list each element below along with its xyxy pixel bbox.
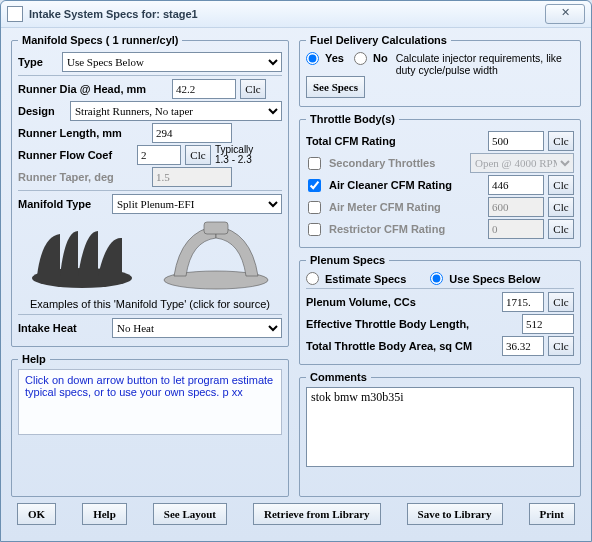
restrictor-label: Restrictor CFM Rating	[329, 223, 484, 235]
total-cfm-input[interactable]	[488, 131, 544, 151]
help-text: Click on down arrow button to let progra…	[18, 369, 282, 435]
window-title: Intake System Specs for: stage1	[29, 8, 198, 20]
restrictor-input	[488, 219, 544, 239]
runner-dia-label: Runner Dia @ Head, mm	[18, 83, 168, 95]
plenum-legend: Plenum Specs	[306, 254, 389, 266]
fuel-yes-radio[interactable]	[306, 52, 319, 65]
intake-heat-select[interactable]: No Heat	[112, 318, 282, 338]
manifold-type-label: Manifold Type	[18, 198, 108, 210]
plenum-estimate-label: Estimate Specs	[325, 273, 406, 285]
content: Manifold Specs ( 1 runner/cyl) Type Use …	[1, 28, 591, 541]
manifold-legend: Manifold Specs ( 1 runner/cyl)	[18, 34, 182, 46]
sec-throttle-label: Secondary Throttles	[329, 157, 466, 169]
air-cleaner-check[interactable]	[308, 179, 321, 192]
see-layout-button[interactable]: See Layout	[153, 503, 227, 525]
plenum-use-label: Use Specs Below	[449, 273, 540, 285]
help-group: Help Click on down arrow button to let p…	[11, 353, 289, 497]
fuel-yes-label: Yes	[325, 52, 344, 64]
comments-group: Comments	[299, 371, 581, 497]
ok-button[interactable]: OK	[17, 503, 56, 525]
plenum-vol-clc[interactable]: Clc	[548, 292, 574, 312]
svg-rect-2	[204, 222, 228, 234]
air-meter-input	[488, 197, 544, 217]
fuel-legend: Fuel Delivery Calculations	[306, 34, 451, 46]
design-label: Design	[18, 105, 66, 117]
runner-taper-label: Runner Taper, deg	[18, 171, 148, 183]
runner-len-label: Runner Length, mm	[18, 127, 148, 139]
comments-input[interactable]	[306, 387, 574, 467]
runner-flow-label: Runner Flow Coef	[18, 149, 133, 161]
runner-flow-clc[interactable]: Clc	[185, 145, 211, 165]
design-select[interactable]: Straight Runners, No taper	[70, 101, 282, 121]
intake-heat-label: Intake Heat	[18, 322, 108, 334]
plenum-group: Plenum Specs Estimate Specs Use Specs Be…	[299, 254, 581, 365]
plenum-area-input[interactable]	[502, 336, 544, 356]
restrictor-check[interactable]	[308, 223, 321, 236]
titlebar: Intake System Specs for: stage1 ✕	[1, 1, 591, 28]
plenum-estimate-radio[interactable]	[306, 272, 319, 285]
manifold-caption: Examples of this 'Manifold Type' (click …	[18, 298, 282, 310]
app-icon	[7, 6, 23, 22]
save-button[interactable]: Save to Library	[407, 503, 503, 525]
manifold-type-select[interactable]: Split Plenum-EFI	[112, 194, 282, 214]
total-cfm-label: Total CFM Rating	[306, 135, 484, 147]
air-cleaner-label: Air Cleaner CFM Rating	[329, 179, 484, 191]
runner-dia-input[interactable]	[172, 79, 236, 99]
help-legend: Help	[18, 353, 50, 365]
runner-taper-input	[152, 167, 232, 187]
total-cfm-clc[interactable]: Clc	[548, 131, 574, 151]
see-specs-button[interactable]: See Specs	[306, 76, 365, 98]
fuel-note: Calculate injector requirements, like du…	[392, 52, 574, 76]
comments-legend: Comments	[306, 371, 371, 383]
sec-throttle-check[interactable]	[308, 157, 321, 170]
fuel-group: Fuel Delivery Calculations Yes No Calcul…	[299, 34, 581, 107]
type-select[interactable]: Use Specs Below	[62, 52, 282, 72]
tb-legend: Throttle Body(s)	[306, 113, 399, 125]
plenum-area-label: Total Throttle Body Area, sq CM	[306, 340, 498, 352]
runner-flow-hint: Typically1.3 - 2.3	[215, 145, 253, 165]
air-meter-label: Air Meter CFM Rating	[329, 201, 484, 213]
runner-len-input[interactable]	[152, 123, 232, 143]
close-button[interactable]: ✕	[545, 4, 585, 24]
manifold-specs-group: Manifold Specs ( 1 runner/cyl) Type Use …	[11, 34, 289, 347]
footer: OK Help See Layout Retrieve from Library…	[11, 503, 581, 533]
restrictor-clc[interactable]: Clc	[548, 219, 574, 239]
plenum-area-clc[interactable]: Clc	[548, 336, 574, 356]
runner-dia-clc[interactable]: Clc	[240, 79, 266, 99]
air-meter-clc[interactable]: Clc	[548, 197, 574, 217]
runner-flow-input[interactable]	[137, 145, 181, 165]
plenum-vol-input[interactable]	[502, 292, 544, 312]
plenum-eff-input[interactable]	[522, 314, 574, 334]
plenum-vol-label: Plenum Volume, CCs	[306, 296, 498, 308]
plenum-eff-label: Effective Throttle Body Length,	[306, 318, 518, 330]
sec-throttle-select: Open @ 4000 RPM	[470, 153, 574, 173]
air-meter-check[interactable]	[308, 201, 321, 214]
print-button[interactable]: Print	[529, 503, 575, 525]
air-cleaner-clc[interactable]: Clc	[548, 175, 574, 195]
help-button[interactable]: Help	[82, 503, 127, 525]
fuel-no-label: No	[373, 52, 388, 64]
air-cleaner-input[interactable]	[488, 175, 544, 195]
window: Intake System Specs for: stage1 ✕ Manifo…	[0, 0, 592, 542]
throttle-body-group: Throttle Body(s) Total CFM Rating Clc Se…	[299, 113, 581, 248]
type-label: Type	[18, 56, 58, 68]
retrieve-button[interactable]: Retrieve from Library	[253, 503, 380, 525]
manifold-examples-image[interactable]	[18, 216, 280, 296]
fuel-no-radio[interactable]	[354, 52, 367, 65]
plenum-use-radio[interactable]	[430, 272, 443, 285]
